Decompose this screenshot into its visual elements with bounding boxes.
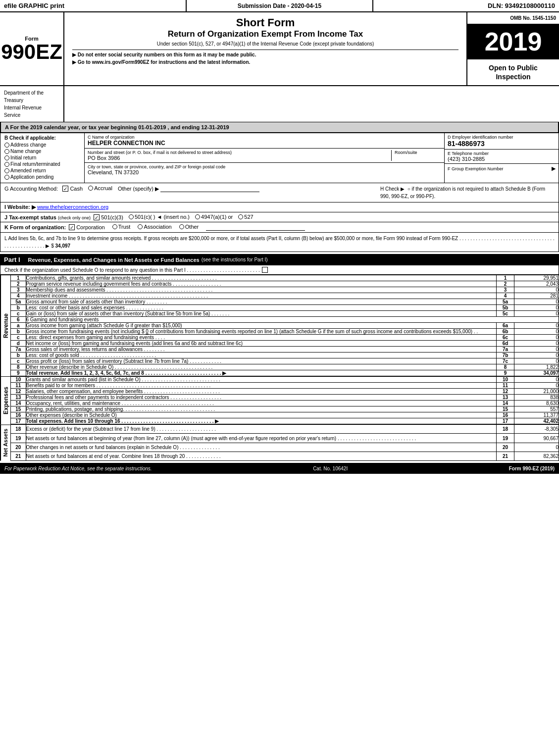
short-form-title: Short Form — [72, 16, 458, 29]
page: efile GRAPHIC print Submission Date - 20… — [0, 0, 559, 474]
other-label: Other (specify) ▶ — [118, 186, 159, 192]
g-label: G Accounting Method: — [4, 186, 58, 192]
final-return-radio[interactable] — [4, 162, 9, 167]
i-label: I Website: ▶ — [4, 204, 36, 210]
table-row: 14 Occupancy, rent, utilities, and maint… — [11, 401, 559, 406]
cash-checkbox[interactable] — [62, 186, 68, 192]
revenue-side-label: Revenue — [0, 275, 11, 376]
instruction2: ▶ Go to www.irs.gov/Form990EZ for instru… — [72, 59, 458, 65]
table-row: 20 Other changes in net assets or fund b… — [11, 443, 559, 452]
line-l-text: L Add lines 5b, 6c, and 7b to line 9 to … — [4, 236, 555, 249]
tax-year: 2019 — [485, 27, 542, 56]
name-change-label: Name change — [10, 149, 41, 154]
table-row: 4 Investment income . . . . . . . . . . … — [11, 293, 559, 299]
omb-number: OMB No. 1545-1150 — [470, 15, 556, 21]
table-row: 2 Program service revenue including gove… — [11, 281, 559, 287]
assoc-radio[interactable] — [138, 224, 143, 229]
cat-no: Cat. No. 10642I — [313, 466, 348, 471]
other-radio[interactable] — [179, 224, 184, 229]
table-row: 10 Grants and similar amounts paid (list… — [11, 377, 559, 383]
table-row: c Gross profit or (loss) from sales of i… — [11, 358, 559, 364]
app-pending-radio[interactable] — [4, 175, 9, 180]
4947-label: 4947(a)(1) or — [201, 214, 233, 220]
address-label: Number and street (or P. O. box, if mail… — [88, 150, 388, 155]
efile-label: efile GRAPHIC print — [4, 2, 64, 9]
app-pending-label: Application pending — [10, 174, 53, 180]
address-change-label: Address change — [10, 142, 46, 148]
room-label: Room/suite — [395, 150, 441, 155]
trust-label: Trust — [118, 224, 131, 230]
part-i-check-note: Check if the organization used Schedule … — [4, 267, 260, 273]
assoc-label: Association — [144, 224, 171, 230]
website-url: www.thehelperconnection.org — [37, 204, 108, 210]
j-label: J Tax-exempt status — [4, 214, 56, 220]
table-row: 3 Membership dues and assessments . . . … — [11, 287, 559, 293]
table-row: 16 Other expenses (describe in Schedule … — [11, 412, 559, 418]
expenses-side-label: Expenses — [0, 376, 11, 424]
other-label: Other — [185, 224, 199, 230]
table-row: 12 Salaries, other compensation, and emp… — [11, 389, 559, 395]
ein-label: D Employer identification number — [448, 135, 556, 140]
part-i-note: (see the instructions for Part I) — [202, 257, 268, 262]
submission-date: Submission Date - 2020-04-15 — [238, 2, 321, 9]
k-label: K Form of organization: — [4, 224, 66, 230]
instruction1: ▶ Do not enter social security numbers o… — [72, 52, 458, 57]
amended-return-radio[interactable] — [4, 168, 9, 173]
j-note: (check only one) — [58, 215, 91, 220]
address-value: PO Box 3986 — [88, 155, 388, 161]
paperwork-text: For Paperwork Reduction Act Notice, see … — [4, 466, 152, 471]
section-a: A For the 2019 calendar year, or tax yea… — [0, 122, 559, 133]
return-title: Return of Organization Exempt From Incom… — [72, 29, 458, 39]
section-b-label: B Check if applicable: — [4, 135, 80, 141]
501c-label: 501(c)( ) ◄ (insert no.) — [135, 214, 190, 220]
dln-number: DLN: 93492108000110 — [488, 2, 555, 9]
h-label: H Check ▶ — [380, 186, 405, 192]
table-row: 18 Excess or (deficit) for the year (Sub… — [11, 425, 559, 434]
accrual-radio[interactable] — [88, 186, 93, 191]
527-radio[interactable] — [238, 214, 243, 219]
4947-radio[interactable] — [195, 214, 200, 219]
corp-label: Corporation — [76, 224, 104, 230]
net-assets-side-label: Net Assets — [0, 424, 11, 460]
table-row: d Net income or (loss) from gaming and f… — [11, 341, 559, 347]
corp-checkbox[interactable] — [69, 224, 75, 230]
table-row: b Gross income from fundraising events (… — [11, 329, 559, 335]
name-change-radio[interactable] — [4, 149, 9, 154]
table-row: 7a Gross sales of inventory, less return… — [11, 347, 559, 353]
table-row: 17 Total expenses. Add lines 10 through … — [11, 418, 559, 424]
part-i-schedule-o-checkbox[interactable] — [262, 267, 268, 273]
city-value: Cleveland, TN 37320 — [88, 169, 441, 175]
table-row: 21 Net assets or fund balances at end of… — [11, 452, 559, 460]
501c3-checkbox[interactable] — [94, 214, 100, 220]
org-name: HELPER CONNECTION INC — [88, 140, 441, 147]
initial-return-radio[interactable] — [4, 155, 9, 160]
city-label: City or town, state or province, country… — [88, 164, 441, 169]
6b-desc2: of contributions from fundraising events… — [150, 329, 478, 334]
address-change-radio[interactable] — [4, 143, 9, 148]
6b-desc1: Gross income from fundraising events (no… — [26, 329, 145, 334]
trust-radio[interactable] — [112, 224, 117, 229]
527-label: 527 — [244, 214, 253, 220]
dept-name: Department of the Treasury — [4, 89, 59, 104]
table-row: b Less: cost of goods sold . . . . . . .… — [11, 353, 559, 358]
service: Service — [4, 111, 59, 119]
part-i-title: Revenue, Expenses, and Changes in Net As… — [28, 257, 200, 263]
line-l-value: 34,097 — [55, 243, 70, 249]
open-to-public: Open to Public Inspection — [471, 63, 555, 81]
table-row: 1 Contributions, gifts, grants, and simi… — [11, 275, 559, 281]
table-row: 11 Benefits paid to or for members . . .… — [11, 383, 559, 389]
final-return-label: Final return/terminated — [10, 161, 60, 167]
form-number: 990EZ — [1, 42, 62, 62]
table-row: c Gain or (loss) from sale of assets oth… — [11, 311, 559, 317]
cash-label: Cash — [70, 186, 83, 192]
form-ref: Form 990-EZ (2019) — [509, 466, 555, 471]
subtitle: Under section 501(c), 527, or 4947(a)(1)… — [72, 41, 458, 47]
501c-radio[interactable] — [129, 214, 134, 219]
table-row: 8 Other revenue (describe in Schedule O)… — [11, 364, 559, 370]
6b-amount: 0 — [146, 329, 149, 334]
table-row: 13 Professional fees and other payments … — [11, 395, 559, 401]
c-label: C Name of organization — [88, 135, 441, 140]
group-arrow: ▶ — [552, 165, 556, 172]
501c3-label: 501(c)(3) — [101, 214, 123, 220]
internal-revenue: Internal Revenue — [4, 104, 59, 111]
